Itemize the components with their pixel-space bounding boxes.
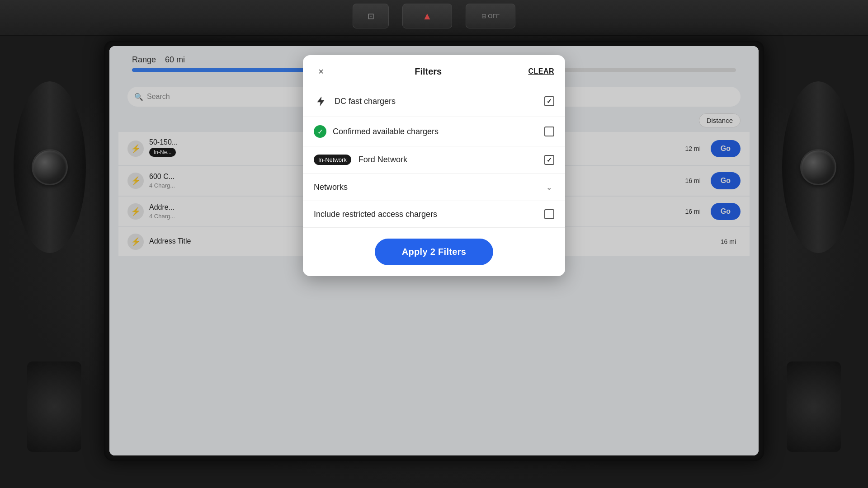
modal-close-button[interactable]: × <box>314 64 328 79</box>
apply-filters-button[interactable]: Apply 2 Filters <box>375 239 493 265</box>
checkbox-dc-fast[interactable] <box>544 96 554 106</box>
screen: Range 60 mi 🔍 Search Distance ⚡ <box>109 46 759 455</box>
modal-title: Filters <box>328 66 528 77</box>
modal-clear-button[interactable]: CLEAR <box>528 67 554 75</box>
filter-item-dc-fast[interactable]: DC fast chargers <box>303 86 565 117</box>
filter-item-restricted[interactable]: Include restricted access chargers <box>303 201 565 228</box>
dash-button-hazard[interactable]: ▲ <box>402 4 452 28</box>
filter-item-ford-network[interactable]: In-Network Ford Network <box>303 146 565 174</box>
screen-bezel: Range 60 mi 🔍 Search Distance ⚡ <box>104 41 764 461</box>
vent-knob-right[interactable] <box>800 149 836 185</box>
modal-overlay: × Filters CLEAR DC fast chargers <box>109 46 759 455</box>
in-network-badge: In-Network <box>314 155 351 165</box>
filter-item-confirmed[interactable]: ✓ Confirmed available chargers <box>303 117 565 146</box>
bottom-control-left <box>27 361 81 452</box>
dashboard-buttons-row: ⊡ ▲ ⊟ OFF <box>353 4 515 28</box>
networks-dropdown-row[interactable]: Networks ⌄ <box>303 174 565 201</box>
networks-chevron-icon: ⌄ <box>543 182 554 192</box>
modal-body: DC fast chargers ✓ Confirmed available c… <box>303 86 565 228</box>
checkbox-ford-network[interactable] <box>544 155 554 165</box>
vent-knob-left[interactable] <box>32 149 68 185</box>
ford-network-label-row: In-Network Ford Network <box>314 155 538 165</box>
checkbox-confirmed[interactable] <box>544 127 554 136</box>
bottom-control-right <box>787 361 841 452</box>
confirmed-check-icon: ✓ <box>314 125 326 138</box>
ford-network-label: Ford Network <box>359 155 407 164</box>
modal-footer: Apply 2 Filters <box>303 228 565 276</box>
dash-button-1[interactable]: ⊡ <box>353 4 389 28</box>
filters-modal: × Filters CLEAR DC fast chargers <box>303 55 565 276</box>
modal-header: × Filters CLEAR <box>303 55 565 86</box>
dashboard-top-panel: ⊡ ▲ ⊟ OFF <box>0 0 868 36</box>
filter-label-restricted: Include restricted access chargers <box>314 210 538 219</box>
networks-label: Networks <box>314 183 537 192</box>
filter-label-confirmed: Confirmed available chargers <box>333 127 538 136</box>
checkbox-restricted[interactable] <box>544 209 554 219</box>
dash-button-off[interactable]: ⊟ OFF <box>466 4 515 28</box>
vent-left <box>14 81 86 253</box>
vent-right <box>782 81 854 253</box>
dc-fast-icon <box>314 94 328 108</box>
filter-label-dc-fast: DC fast chargers <box>335 97 538 106</box>
